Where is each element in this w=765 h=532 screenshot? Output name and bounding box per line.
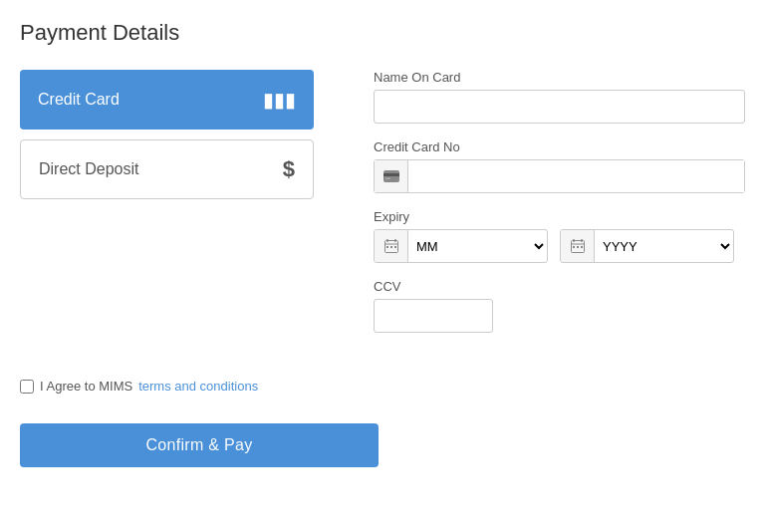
- svg-rect-7: [386, 246, 388, 248]
- ccv-label: CCV: [374, 279, 745, 294]
- svg-rect-15: [577, 246, 579, 248]
- credit-card-icon: ▮▮▮: [263, 88, 296, 112]
- terms-checkbox[interactable]: [20, 380, 34, 394]
- expiry-year-wrapper: YYYY 2024 2025 2026 2027 2028 2029 2030: [560, 229, 734, 263]
- name-on-card-group: Name On Card: [374, 70, 745, 124]
- confirm-pay-button[interactable]: Confirm & Pay: [20, 423, 379, 467]
- credit-card-no-input-wrapper: [374, 159, 745, 193]
- expiry-row: MM 01 02 03 04 05 06 07 08 09 10 11: [374, 229, 745, 263]
- page-title: Payment Details: [20, 20, 745, 46]
- svg-rect-8: [390, 246, 392, 248]
- credit-card-no-label: Credit Card No: [374, 139, 745, 154]
- payment-options-panel: Credit Card ▮▮▮ Direct Deposit $: [20, 70, 314, 209]
- expiry-month-wrapper: MM 01 02 03 04 05 06 07 08 09 10 11: [374, 229, 548, 263]
- svg-rect-16: [581, 246, 583, 248]
- calendar-icon-year: [561, 230, 595, 262]
- credit-card-option[interactable]: Credit Card ▮▮▮: [20, 70, 314, 130]
- direct-deposit-option[interactable]: Direct Deposit $: [20, 139, 314, 199]
- expiry-group: Expiry: [374, 209, 745, 263]
- agree-text: I Agree to MIMS: [40, 379, 132, 394]
- calendar-icon-month: [375, 230, 408, 262]
- card-icon-small: [375, 160, 408, 192]
- direct-deposit-label: Direct Deposit: [39, 160, 138, 178]
- credit-card-label: Credit Card: [38, 91, 120, 109]
- credit-card-no-group: Credit Card No: [374, 139, 745, 193]
- name-on-card-input[interactable]: [374, 90, 745, 124]
- svg-rect-9: [394, 246, 396, 248]
- svg-rect-1: [383, 173, 399, 176]
- terms-row: I Agree to MIMS terms and conditions: [20, 379, 745, 394]
- dollar-icon: $: [283, 156, 295, 182]
- expiry-year-select[interactable]: YYYY 2024 2025 2026 2027 2028 2029 2030: [595, 230, 733, 262]
- ccv-group: CCV: [374, 279, 745, 333]
- svg-rect-14: [573, 246, 575, 248]
- svg-rect-2: [385, 178, 390, 180]
- ccv-input[interactable]: [374, 299, 493, 333]
- credit-card-no-input[interactable]: [408, 160, 744, 192]
- card-details-panel: Name On Card Credit Card No: [374, 70, 745, 349]
- name-on-card-label: Name On Card: [374, 70, 745, 85]
- expiry-month-select[interactable]: MM 01 02 03 04 05 06 07 08 09 10 11: [408, 230, 547, 262]
- terms-link[interactable]: terms and conditions: [138, 379, 258, 394]
- expiry-label: Expiry: [374, 209, 745, 224]
